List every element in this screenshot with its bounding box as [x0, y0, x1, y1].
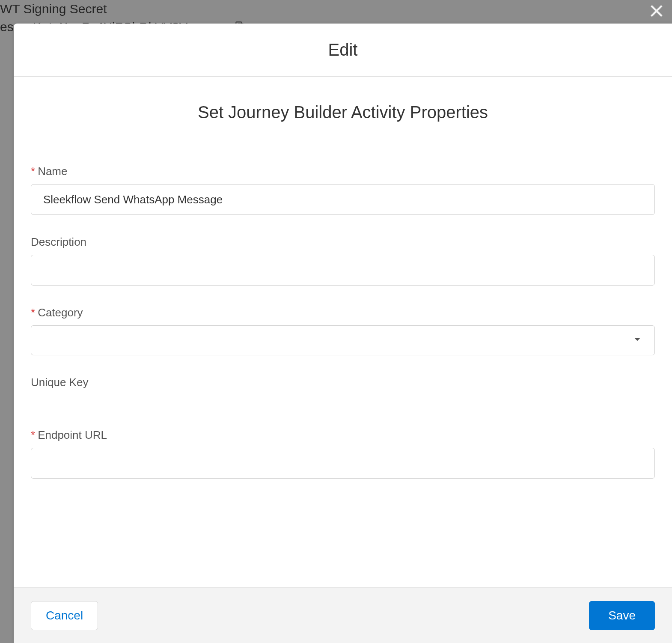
unique-key-label: Unique Key [31, 376, 655, 389]
save-button[interactable]: Save [589, 601, 655, 630]
field-unique-key: Unique Key [31, 376, 655, 408]
background-title: WT Signing Secret [0, 0, 245, 18]
name-label: *Name [31, 165, 655, 178]
modal-footer: Cancel Save [14, 587, 672, 643]
category-select-wrapper [31, 325, 655, 355]
field-endpoint-url: *Endpoint URL [31, 429, 655, 479]
required-star: * [31, 306, 35, 319]
required-star: * [31, 429, 35, 441]
close-icon[interactable]: × [649, 0, 664, 24]
cancel-button[interactable]: Cancel [31, 601, 98, 630]
endpoint-url-label: *Endpoint URL [31, 429, 655, 442]
modal-header: Edit [14, 24, 672, 77]
field-category: *Category [31, 306, 655, 355]
name-label-text: Name [38, 165, 67, 178]
field-description: Description [31, 235, 655, 286]
unique-key-label-text: Unique Key [31, 376, 88, 389]
category-label: *Category [31, 306, 655, 319]
unique-key-value [31, 395, 655, 408]
name-input[interactable] [31, 184, 655, 215]
description-label: Description [31, 235, 655, 249]
section-title: Set Journey Builder Activity Properties [31, 103, 655, 122]
description-label-text: Description [31, 235, 86, 248]
modal-title: Edit [328, 40, 358, 60]
required-star: * [31, 165, 35, 178]
field-name: *Name [31, 165, 655, 215]
edit-modal: Edit Set Journey Builder Activity Proper… [14, 24, 672, 643]
category-label-text: Category [38, 306, 83, 319]
endpoint-url-input[interactable] [31, 448, 655, 479]
modal-body: Set Journey Builder Activity Properties … [14, 77, 672, 587]
category-select[interactable] [31, 325, 655, 355]
description-input[interactable] [31, 255, 655, 286]
endpoint-url-label-text: Endpoint URL [38, 429, 107, 441]
